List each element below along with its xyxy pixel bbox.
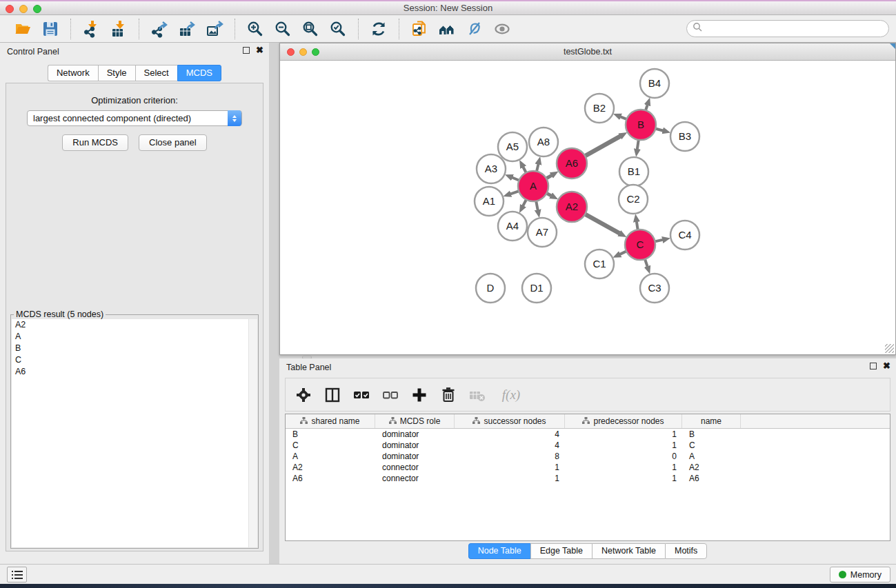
dropdown-stepper-icon xyxy=(228,110,241,126)
toggle-graphics-details-icon[interactable] xyxy=(463,18,486,40)
select-all-checked-icon[interactable] xyxy=(352,385,371,405)
column-header-filler xyxy=(741,414,890,428)
eye-icon[interactable] xyxy=(490,18,514,40)
svg-text:C3: C3 xyxy=(648,282,661,294)
table-row[interactable]: A2connector11A2 xyxy=(286,462,890,473)
column-header-shared-name[interactable]: shared name xyxy=(286,414,375,428)
graph-node-D[interactable]: D xyxy=(476,274,505,303)
graph-node-A5[interactable]: A5 xyxy=(498,132,527,161)
graph-node-B1[interactable]: B1 xyxy=(619,157,648,186)
save-session-icon[interactable] xyxy=(39,18,62,40)
column-layout-icon[interactable] xyxy=(323,385,342,405)
table-cell: 1 xyxy=(565,473,682,484)
tab-motifs[interactable]: Motifs xyxy=(665,543,707,559)
tab-node-table[interactable]: Node Table xyxy=(468,543,530,559)
desktop-background-strip xyxy=(0,584,896,588)
graph-node-B[interactable]: B xyxy=(626,110,656,140)
close-panel-button[interactable]: Close panel xyxy=(139,134,207,151)
close-panel-icon[interactable]: ✖ xyxy=(256,47,263,54)
add-column-icon[interactable] xyxy=(410,385,429,405)
run-mcds-button[interactable]: Run MCDS xyxy=(62,134,128,151)
svg-text:D1: D1 xyxy=(530,282,543,294)
result-item-a6[interactable]: A6 xyxy=(12,366,257,378)
tab-network-table[interactable]: Network Table xyxy=(592,543,665,559)
column-header-successor-nodes[interactable]: successor nodes xyxy=(455,414,565,428)
graph-node-D1[interactable]: D1 xyxy=(522,274,551,303)
result-scrollbar[interactable] xyxy=(248,319,257,547)
graph-node-A4[interactable]: A4 xyxy=(498,212,527,241)
float-panel-icon[interactable] xyxy=(243,47,250,54)
export-table-icon[interactable] xyxy=(175,18,199,40)
float-table-panel-icon[interactable] xyxy=(870,363,877,369)
resize-grip-icon[interactable] xyxy=(885,344,894,353)
graph-node-C1[interactable]: C1 xyxy=(585,250,614,278)
tab-edge-table[interactable]: Edge Table xyxy=(530,543,592,559)
result-item-a2[interactable]: A2 xyxy=(12,319,257,331)
column-header-MCDS-role[interactable]: MCDS role xyxy=(375,414,455,428)
table-row[interactable]: Cdominator41C xyxy=(286,440,890,451)
result-item-b[interactable]: B xyxy=(12,343,257,354)
graph-node-A2[interactable]: A2 xyxy=(557,192,587,222)
graph-node-A3[interactable]: A3 xyxy=(477,154,506,183)
close-table-panel-icon[interactable]: ✖ xyxy=(883,363,890,369)
table-row[interactable]: Bdominator41B xyxy=(286,429,890,440)
graph-node-A7[interactable]: A7 xyxy=(528,218,557,247)
search-field[interactable] xyxy=(686,20,889,37)
tree-icon xyxy=(582,416,590,426)
graph-node-C[interactable]: C xyxy=(625,230,655,260)
table-cell: C xyxy=(286,440,375,451)
graph-node-B4[interactable]: B4 xyxy=(640,69,669,98)
import-network-icon[interactable] xyxy=(79,18,103,40)
table-cell: 0 xyxy=(565,451,682,462)
open-session-icon[interactable] xyxy=(11,18,34,40)
tab-network[interactable]: Network xyxy=(48,65,98,81)
window-corner-marker xyxy=(890,43,895,49)
table-row[interactable]: A6connector11A6 xyxy=(286,473,890,484)
result-item-c[interactable]: C xyxy=(12,354,257,366)
result-item-a[interactable]: A xyxy=(12,331,257,343)
column-header-name[interactable]: name xyxy=(682,414,741,428)
network-canvas[interactable]: AA1A2A3A4A5A6A7A8BB1B2B3B4CC1C2C3C4DD1 xyxy=(280,61,895,354)
graph-node-A8[interactable]: A8 xyxy=(529,128,558,156)
graph-node-A6[interactable]: A6 xyxy=(557,148,587,179)
criterion-dropdown[interactable]: largest connected component (directed) xyxy=(27,110,242,126)
zoom-selected-icon[interactable] xyxy=(326,18,350,40)
graph-node-C3[interactable]: C3 xyxy=(640,274,669,303)
svg-text:B4: B4 xyxy=(648,77,661,89)
toolbar-separator xyxy=(139,19,139,39)
tab-select[interactable]: Select xyxy=(135,65,177,81)
graph-node-C2[interactable]: C2 xyxy=(619,185,648,214)
import-table-icon[interactable] xyxy=(107,18,130,40)
table-cell: 1 xyxy=(565,440,682,451)
table-cell: A6 xyxy=(286,473,375,484)
main-toolbar xyxy=(0,15,896,43)
list-icon xyxy=(12,570,23,580)
status-bar: Memory xyxy=(0,564,896,584)
table-row[interactable]: Adominator80A xyxy=(286,451,890,462)
settings-gear-icon[interactable] xyxy=(294,385,313,405)
zoom-in-icon[interactable] xyxy=(243,18,267,40)
search-input[interactable] xyxy=(703,22,888,36)
memory-button[interactable]: Memory xyxy=(830,567,890,582)
tab-style[interactable]: Style xyxy=(98,65,135,81)
graph-node-B2[interactable]: B2 xyxy=(585,94,614,123)
delete-columns-icon[interactable] xyxy=(439,385,458,405)
window-titlebar: Session: New Session xyxy=(0,0,896,15)
graph-node-A[interactable]: A xyxy=(518,171,548,201)
clone-network-icon[interactable] xyxy=(408,18,431,40)
graph-node-B3[interactable]: B3 xyxy=(670,122,699,151)
graph-node-A1[interactable]: A1 xyxy=(475,187,504,216)
export-image-icon[interactable] xyxy=(203,18,226,40)
table-cell: A2 xyxy=(286,462,375,473)
refresh-icon[interactable] xyxy=(367,18,390,40)
graph-node-C4[interactable]: C4 xyxy=(670,221,699,250)
column-header-predecessor-nodes[interactable]: predecessor nodes xyxy=(565,414,682,428)
task-history-button[interactable] xyxy=(7,567,27,582)
zoom-fit-icon[interactable] xyxy=(299,18,322,40)
mcds-result-list: A2ABCA6 xyxy=(12,319,257,547)
export-network-icon[interactable] xyxy=(148,18,171,40)
tab-mcds[interactable]: MCDS xyxy=(177,65,221,81)
zoom-out-icon[interactable] xyxy=(271,18,295,40)
deselect-all-unchecked-icon[interactable] xyxy=(381,385,400,405)
double-home-icon[interactable] xyxy=(435,18,459,40)
